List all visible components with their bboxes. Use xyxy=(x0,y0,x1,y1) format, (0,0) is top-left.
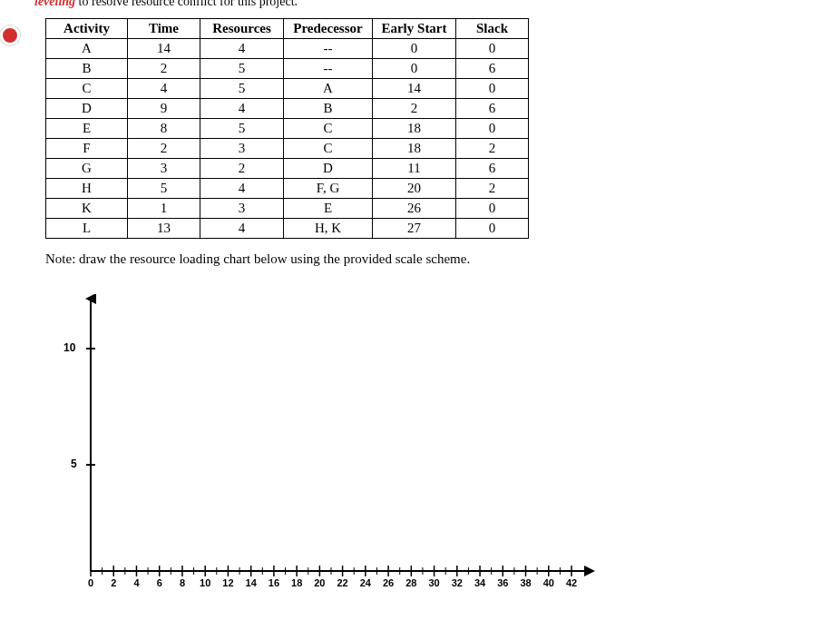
table-cell: 2 xyxy=(456,179,529,199)
table-row: E85C180 xyxy=(46,119,529,139)
table-cell: 18 xyxy=(373,119,456,139)
table-row: B25--06 xyxy=(46,59,529,79)
table-cell: D xyxy=(284,159,373,179)
table-cell: 4 xyxy=(200,179,284,199)
table-cell: 27 xyxy=(373,219,456,239)
table-cell: 3 xyxy=(200,199,284,219)
table-cell: 11 xyxy=(373,159,456,179)
table-cell: 2 xyxy=(128,59,200,79)
x-tick-label: 0 xyxy=(88,577,93,588)
table-cell: 0 xyxy=(456,39,529,59)
table-cell: D xyxy=(46,99,128,119)
table-cell: 4 xyxy=(200,99,284,119)
chart-axes-svg xyxy=(45,294,608,585)
table-cell: 6 xyxy=(456,59,529,79)
x-tick-label: 28 xyxy=(405,577,416,588)
table-cell: H xyxy=(46,179,128,199)
table-row: F23C182 xyxy=(46,139,529,159)
table-cell: A xyxy=(46,39,128,59)
header-time: Time xyxy=(128,19,200,39)
table-cell: 18 xyxy=(373,139,456,159)
x-tick-label: 12 xyxy=(222,577,233,588)
table-row: G32D116 xyxy=(46,159,529,179)
table-row: L134H, K270 xyxy=(46,219,529,239)
table-cell: H, K xyxy=(284,219,373,239)
table-cell: 9 xyxy=(128,99,200,119)
table-cell: 4 xyxy=(200,39,284,59)
y-tick-5: 5 xyxy=(71,458,77,470)
table-cell: C xyxy=(284,119,373,139)
table-cell: 5 xyxy=(128,179,200,199)
x-tick-label: 24 xyxy=(360,577,371,588)
x-tick-label: 14 xyxy=(246,577,257,588)
header-resources: Resources xyxy=(200,19,284,39)
x-tick-label: 6 xyxy=(157,577,162,588)
x-tick-label: 42 xyxy=(566,577,577,588)
table-cell: 3 xyxy=(128,159,200,179)
x-tick-label: 32 xyxy=(452,577,463,588)
x-tick-label: 36 xyxy=(497,577,508,588)
table-cell: B xyxy=(284,99,373,119)
table-cell: 0 xyxy=(456,199,529,219)
table-cell: 5 xyxy=(200,79,284,99)
table-cell: G xyxy=(46,159,128,179)
table-cell: 0 xyxy=(456,79,529,99)
table-cell: 4 xyxy=(128,79,200,99)
table-cell: E xyxy=(46,119,128,139)
x-tick-label: 2 xyxy=(111,577,116,588)
x-tick-label: 26 xyxy=(383,577,394,588)
x-tick-label: 16 xyxy=(269,577,279,588)
header-predecessor: Predecessor xyxy=(284,19,373,39)
table-cell: -- xyxy=(284,59,373,79)
table-cell: 2 xyxy=(128,139,200,159)
table-cell: 2 xyxy=(373,99,456,119)
table-cell: 6 xyxy=(456,99,529,119)
leveling-word: leveling xyxy=(34,0,75,8)
table-cell: 4 xyxy=(200,219,284,239)
table-cell: A xyxy=(284,79,373,99)
red-dot-marker xyxy=(0,25,20,45)
table-cell: 1 xyxy=(128,199,200,219)
table-row: H54F, G202 xyxy=(46,179,529,199)
activity-table: Activity Time Resources Predecessor Earl… xyxy=(45,18,529,239)
table-cell: L xyxy=(46,219,128,239)
header-slack: Slack xyxy=(456,19,529,39)
table-cell: F xyxy=(46,139,128,159)
table-cell: K xyxy=(46,199,128,219)
table-cell: E xyxy=(284,199,373,219)
table-cell: 20 xyxy=(373,179,456,199)
table-header-row: Activity Time Resources Predecessor Earl… xyxy=(46,19,529,39)
header-earlystart: Early Start xyxy=(373,19,456,39)
note-text: Note: draw the resource loading chart be… xyxy=(45,251,840,267)
header-activity: Activity xyxy=(46,19,128,39)
instruction-remainder: to resolve resource conflict for this pr… xyxy=(75,0,298,8)
table-cell: -- xyxy=(284,39,373,59)
table-cell: 0 xyxy=(373,59,456,79)
resource-loading-chart: 10 5 02468101214161820222426283032343638… xyxy=(45,294,608,603)
table-cell: B xyxy=(46,59,128,79)
table-cell: 13 xyxy=(128,219,200,239)
table-cell: 0 xyxy=(456,119,529,139)
table-cell: 5 xyxy=(200,59,284,79)
table-row: K13E260 xyxy=(46,199,529,219)
table-cell: 2 xyxy=(200,159,284,179)
table-cell: 26 xyxy=(373,199,456,219)
x-tick-label: 38 xyxy=(520,577,531,588)
table-cell: 2 xyxy=(456,139,529,159)
table-cell: C xyxy=(284,139,373,159)
x-tick-label: 10 xyxy=(200,577,210,588)
table-cell: C xyxy=(46,79,128,99)
table-row: D94B26 xyxy=(46,99,529,119)
table-row: C45A140 xyxy=(46,79,529,99)
y-tick-10: 10 xyxy=(63,341,75,354)
table-cell: 5 xyxy=(200,119,284,139)
x-tick-label: 18 xyxy=(291,577,302,588)
table-cell: 0 xyxy=(373,39,456,59)
table-cell: F, G xyxy=(284,179,373,199)
x-tick-label: 34 xyxy=(474,577,485,588)
x-tick-label: 4 xyxy=(133,577,139,588)
table-cell: 0 xyxy=(456,219,529,239)
x-tick-label: 8 xyxy=(180,577,185,588)
x-tick-label: 22 xyxy=(337,577,347,588)
x-tick-label: 20 xyxy=(314,577,325,588)
